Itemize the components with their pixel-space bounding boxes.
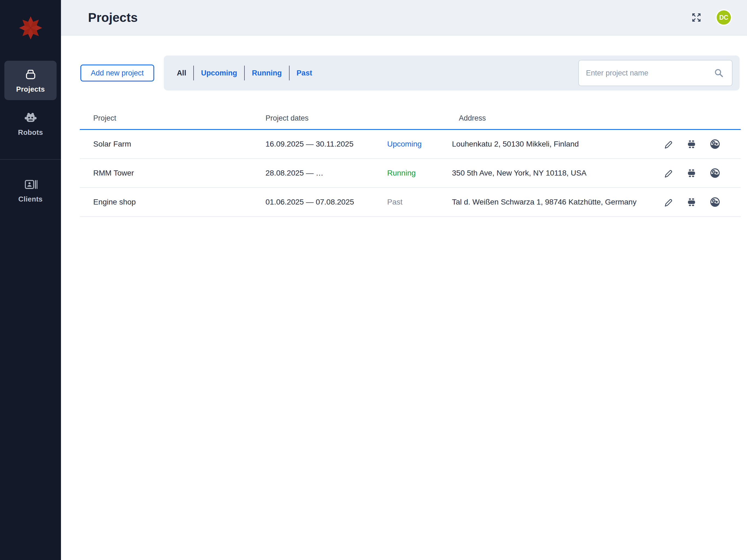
sidebar-nav-secondary: Clients bbox=[0, 171, 61, 210]
row-actions bbox=[662, 138, 741, 150]
page-header: Projects DC bbox=[61, 0, 747, 35]
sidebar-item-clients[interactable]: Clients bbox=[4, 171, 57, 210]
table-row[interactable]: Solar Farm 16.09.2025 — 30.11.2025 Upcom… bbox=[80, 130, 741, 159]
row-actions bbox=[662, 196, 741, 208]
project-dates: 28.08.2025 — … bbox=[265, 169, 387, 177]
header-actions: DC bbox=[690, 10, 731, 25]
robot-table-icon[interactable] bbox=[686, 196, 697, 208]
edit-pencil-icon[interactable] bbox=[662, 196, 674, 208]
edit-pencil-icon[interactable] bbox=[662, 138, 674, 150]
table-row[interactable]: Engine shop 01.06.2025 — 07.08.2025 Past… bbox=[80, 188, 741, 217]
tab-separator bbox=[193, 66, 194, 80]
app-root: Projects Robots bbox=[0, 0, 747, 560]
main-area: Projects DC Add new project All bbox=[61, 0, 747, 560]
project-dates: 01.06.2025 — 07.08.2025 bbox=[265, 198, 387, 206]
robot-table-icon[interactable] bbox=[686, 138, 697, 150]
column-header-project: Project bbox=[80, 114, 265, 123]
tab-running[interactable]: Running bbox=[252, 69, 282, 77]
project-status: Running bbox=[387, 169, 452, 177]
search-input[interactable] bbox=[586, 69, 713, 77]
sidebar-item-robots[interactable]: Robots bbox=[4, 104, 57, 143]
contact-card-icon bbox=[24, 177, 37, 191]
user-avatar[interactable]: DC bbox=[717, 10, 731, 25]
tab-separator bbox=[289, 66, 289, 80]
table-row[interactable]: RMM Tower 28.08.2025 — … Running 350 5th… bbox=[80, 159, 741, 188]
project-name: Engine shop bbox=[80, 198, 265, 206]
sidebar-item-projects[interactable]: Projects bbox=[4, 61, 57, 100]
column-header-dates: Project dates bbox=[265, 114, 387, 123]
robot-head-icon bbox=[24, 111, 37, 124]
company-logo-icon[interactable] bbox=[18, 15, 43, 41]
fullscreen-icon[interactable] bbox=[690, 11, 702, 24]
operator-face-icon[interactable] bbox=[709, 138, 721, 150]
storage-box-icon bbox=[24, 68, 37, 81]
filter-panel: All Upcoming Running Past bbox=[164, 55, 740, 91]
tab-all[interactable]: All bbox=[177, 69, 186, 77]
tab-separator bbox=[244, 66, 245, 80]
sidebar: Projects Robots bbox=[0, 0, 61, 560]
toolbar: Add new project All Upcoming Running Pas… bbox=[80, 55, 740, 91]
tab-past[interactable]: Past bbox=[297, 69, 312, 77]
robot-table-icon[interactable] bbox=[686, 167, 697, 179]
search-icon[interactable] bbox=[713, 67, 725, 79]
project-status: Upcoming bbox=[387, 140, 452, 149]
project-status: Past bbox=[387, 198, 452, 206]
table-header-row: Project Project dates Address bbox=[80, 107, 741, 130]
operator-face-icon[interactable] bbox=[709, 167, 721, 179]
column-header-address: Address bbox=[452, 114, 662, 123]
operator-face-icon[interactable] bbox=[709, 196, 721, 208]
sidebar-divider bbox=[0, 159, 61, 160]
edit-pencil-icon[interactable] bbox=[662, 167, 674, 179]
project-address: 350 5th Ave, New York, NY 10118, USA bbox=[452, 169, 662, 177]
sidebar-item-label: Robots bbox=[18, 128, 43, 137]
add-new-project-button[interactable]: Add new project bbox=[80, 65, 154, 81]
project-address: Louhenkatu 2, 50130 Mikkeli, Finland bbox=[452, 140, 662, 149]
project-name: RMM Tower bbox=[80, 169, 265, 177]
project-address: Tal d. Weißen Schwarza 1, 98746 Katzhütt… bbox=[452, 198, 662, 206]
tab-upcoming[interactable]: Upcoming bbox=[201, 69, 237, 77]
sidebar-item-label: Clients bbox=[18, 195, 43, 203]
project-dates: 16.09.2025 — 30.11.2025 bbox=[265, 140, 387, 149]
status-filter-tabs: All Upcoming Running Past bbox=[177, 66, 312, 80]
project-name: Solar Farm bbox=[80, 140, 265, 149]
sidebar-item-label: Projects bbox=[16, 85, 45, 94]
projects-table: Project Project dates Address Solar Farm… bbox=[80, 107, 741, 217]
sidebar-nav: Projects Robots bbox=[0, 61, 61, 210]
row-actions bbox=[662, 167, 741, 179]
project-search bbox=[578, 60, 732, 86]
page-title: Projects bbox=[88, 10, 138, 25]
